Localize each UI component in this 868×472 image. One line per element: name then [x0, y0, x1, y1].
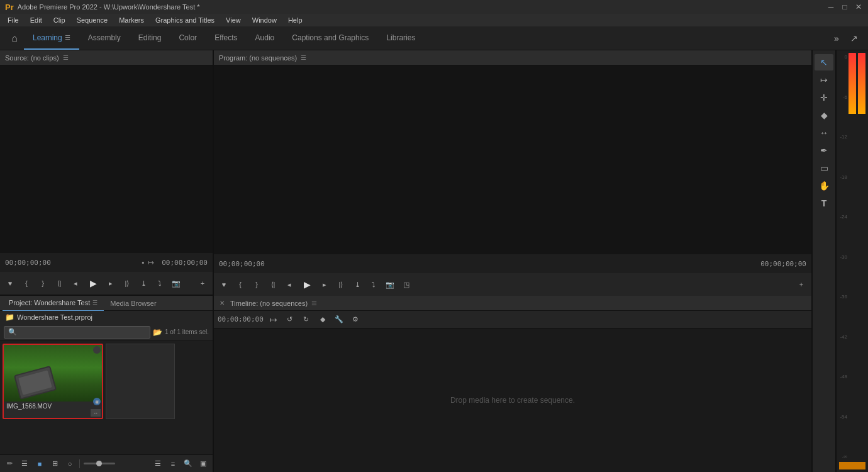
- tab-color[interactable]: Color: [170, 26, 206, 50]
- tool-razor[interactable]: ◆: [815, 107, 833, 123]
- prog-go-in-icon[interactable]: ⟨|: [267, 278, 279, 291]
- zoom-slider-thumb[interactable]: [96, 461, 102, 466]
- source-square-icon[interactable]: ▪: [142, 258, 144, 267]
- step-back-icon[interactable]: ◂: [69, 277, 82, 289]
- new-item-icon[interactable]: ✏: [4, 458, 15, 469]
- menu-view[interactable]: View: [221, 14, 246, 26]
- timeline-menu-icon[interactable]: ☰: [311, 300, 317, 306]
- project-folder-row: 📁 Wondershare Test.prproj: [0, 311, 213, 323]
- menu-help[interactable]: Help: [283, 14, 308, 26]
- project-panel: Project: Wondershare Test ☰ Media Browse…: [0, 296, 213, 472]
- maximize-button[interactable]: □: [840, 3, 849, 11]
- menu-window[interactable]: Window: [247, 14, 282, 26]
- tl-settings-icon[interactable]: ⚙: [349, 313, 362, 326]
- go-in-icon[interactable]: ⟨|: [53, 277, 65, 289]
- tool-pen[interactable]: ✒: [815, 142, 833, 159]
- export-frame-icon[interactable]: 📷: [170, 277, 182, 289]
- program-monitor-menu-icon[interactable]: ☰: [301, 54, 306, 61]
- prog-out-point-icon[interactable]: }: [250, 278, 263, 291]
- thumbnail-grass-bg: [4, 345, 102, 402]
- tab-libraries[interactable]: Libraries: [377, 26, 424, 50]
- tab-captions[interactable]: Captions and Graphics: [283, 26, 377, 50]
- prog-lift-icon[interactable]: ◳: [400, 278, 413, 291]
- add-marker-icon[interactable]: +: [196, 277, 209, 289]
- source-monitor-menu-icon[interactable]: ☰: [63, 54, 69, 61]
- menu-graphics-titles[interactable]: Graphics and Titles: [150, 14, 220, 26]
- icon-view-icon[interactable]: ⊞: [49, 458, 60, 469]
- tl-wrench-icon[interactable]: 🔧: [333, 313, 345, 326]
- source-arrow-icon[interactable]: ↦: [148, 258, 154, 267]
- freeform-icon[interactable]: ○: [64, 458, 75, 469]
- tab-audio[interactable]: Audio: [247, 26, 284, 50]
- media-item-badge: ↔: [91, 409, 101, 417]
- media-item-label: IMG_1568.MOV: [4, 402, 102, 414]
- tl-marker-icon[interactable]: ◆: [316, 313, 329, 326]
- export-button[interactable]: ↗: [845, 30, 863, 47]
- source-monitor: Source: (no clips) ☰ 00;00;00;00 ▪ ↦ 00;…: [0, 50, 213, 296]
- timeline-close-icon[interactable]: ✕: [218, 299, 226, 308]
- overwrite-icon[interactable]: ⤵: [153, 277, 166, 289]
- sort-icon[interactable]: ☰: [152, 458, 164, 469]
- main-layout: Source: (no clips) ☰ 00;00;00;00 ▪ ↦ 00;…: [0, 50, 868, 472]
- search-bottom-icon[interactable]: 🔍: [182, 458, 194, 469]
- new-bin-icon[interactable]: 📂: [153, 328, 162, 337]
- tab-editing[interactable]: Editing: [130, 26, 170, 50]
- timeline-title: Timeline: (no sequences): [230, 300, 308, 307]
- autom-icon[interactable]: ≡: [167, 458, 179, 469]
- tool-slip[interactable]: ↔: [815, 125, 833, 141]
- menu-sequence[interactable]: Sequence: [72, 14, 113, 26]
- more-tabs-button[interactable]: »: [828, 30, 845, 47]
- go-out-icon[interactable]: |⟩: [121, 277, 133, 289]
- tab-effects[interactable]: Effects: [206, 26, 246, 50]
- tool-select[interactable]: ↖: [815, 54, 833, 70]
- prog-add-marker-icon[interactable]: +: [795, 278, 808, 291]
- tab-project[interactable]: Project: Wondershare Test ☰: [3, 296, 104, 311]
- step-forward-icon[interactable]: ▸: [104, 277, 117, 289]
- menu-markers[interactable]: Markers: [114, 14, 149, 26]
- tab-media-browser[interactable]: Media Browser: [104, 296, 162, 311]
- prog-export-frame-icon[interactable]: 📷: [384, 278, 396, 291]
- menu-clip[interactable]: Clip: [48, 14, 70, 26]
- in-point-icon[interactable]: {: [20, 277, 33, 289]
- search-box[interactable]: 🔍: [4, 326, 150, 339]
- prog-play-button[interactable]: ▶: [299, 277, 314, 292]
- media-item[interactable]: ↔ IMG_1568.MOV ◉: [3, 344, 103, 419]
- prog-step-back-icon[interactable]: ◂: [283, 278, 296, 291]
- minimize-button[interactable]: ─: [826, 3, 835, 11]
- media-item-status-badge: ◉: [93, 398, 101, 405]
- prog-overwrite-icon[interactable]: ⤵: [367, 278, 380, 291]
- title-bar-controls[interactable]: ─ □ ✕: [826, 3, 863, 11]
- prog-in-point-icon[interactable]: {: [234, 278, 247, 291]
- tab-learning[interactable]: Learning ☰: [24, 26, 79, 50]
- insert-icon[interactable]: ⤓: [137, 277, 150, 289]
- tool-hand[interactable]: ✋: [815, 177, 833, 194]
- info-icon[interactable]: ▣: [198, 458, 209, 469]
- tl-redo-icon[interactable]: ↻: [300, 313, 313, 326]
- tl-track-select-icon[interactable]: ↦: [267, 313, 280, 326]
- list-view-icon[interactable]: ☰: [19, 458, 30, 469]
- project-tab-menu-icon[interactable]: ☰: [92, 300, 97, 306]
- play-button[interactable]: ▶: [86, 276, 101, 291]
- program-monitor-title: Program: (no sequences): [219, 54, 297, 62]
- menu-edit[interactable]: Edit: [25, 14, 47, 26]
- tool-ripple-edit[interactable]: ✛: [815, 89, 833, 106]
- mark-in-icon[interactable]: ♥: [4, 277, 16, 289]
- prog-go-out-icon[interactable]: |⟩: [335, 278, 347, 291]
- close-button[interactable]: ✕: [854, 3, 863, 11]
- prog-mark-in-icon[interactable]: ♥: [218, 278, 230, 291]
- prog-insert-icon[interactable]: ⤓: [351, 278, 364, 291]
- zoom-slider[interactable]: [84, 463, 115, 464]
- grid-view-icon[interactable]: ■: [34, 458, 45, 469]
- tool-rect[interactable]: ▭: [815, 160, 833, 176]
- source-monitor-content: [0, 65, 213, 253]
- out-point-icon[interactable]: }: [36, 277, 49, 289]
- tl-undo-icon[interactable]: ↺: [284, 313, 296, 326]
- timeline-content: Drop media here to create sequence.: [214, 329, 811, 472]
- home-button[interactable]: ⌂: [5, 26, 24, 50]
- tool-text[interactable]: T: [815, 195, 833, 211]
- tool-track-select[interactable]: ↦: [815, 72, 833, 88]
- prog-step-forward-icon[interactable]: ▸: [318, 278, 331, 291]
- menu-file[interactable]: File: [3, 14, 24, 26]
- tab-assembly[interactable]: Assembly: [79, 26, 130, 50]
- program-timecode-left: 00;00;00;00: [219, 260, 265, 268]
